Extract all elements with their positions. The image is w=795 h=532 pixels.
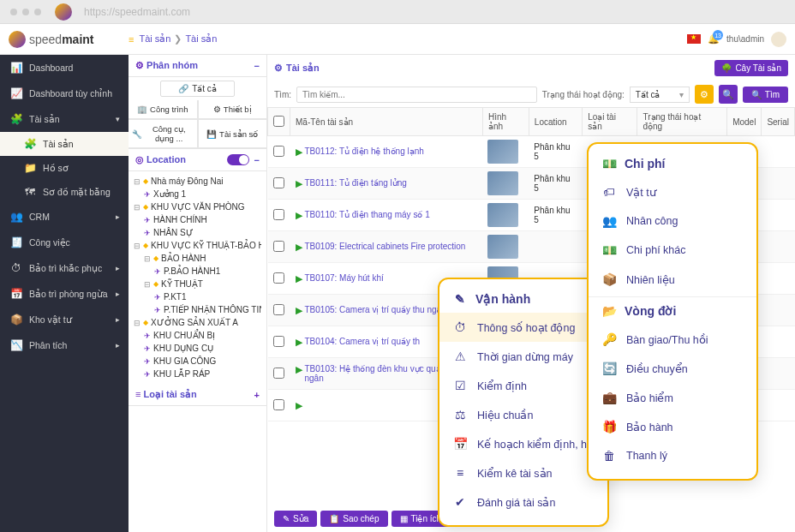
row-checkbox[interactable] — [273, 368, 284, 379]
menu-icon[interactable]: ≡ — [129, 34, 134, 45]
cell-location — [529, 231, 582, 263]
tree-node[interactable]: ✈P.KT1 — [134, 290, 261, 303]
row-checkbox[interactable] — [273, 304, 284, 315]
tab-congtrinh[interactable]: 🏢Công trình — [129, 100, 198, 119]
popup-item[interactable]: 🗑Thanh lý — [589, 441, 756, 470]
tree-node[interactable]: ✈P.BẢO HÀNH1 — [134, 265, 261, 278]
sidebar-item[interactable]: 🧩Tài sản — [0, 106, 129, 132]
column-header[interactable]: Serial — [762, 108, 795, 136]
status-select[interactable]: Tất cả — [630, 87, 690, 103]
notification-icon[interactable]: 🔔 13 — [708, 33, 720, 45]
page-title: ⚙ Tài sản — [274, 63, 320, 74]
column-header[interactable]: Mã-Tên tài sản — [290, 108, 483, 136]
filter-all-button[interactable]: 🔗Tất cả — [160, 81, 235, 97]
tree-node[interactable]: ⊟◆KHU VỰC VĂN PHÒNG — [134, 200, 261, 213]
location-toggle[interactable] — [227, 154, 249, 165]
popup-item[interactable]: 📦Nhiên liệu — [589, 265, 756, 294]
sidebar-item[interactable]: 📅Bảo trì phòng ngừa — [0, 281, 129, 307]
popup-item[interactable]: 🎁Bảo hành — [589, 412, 756, 441]
checkbox-header[interactable] — [268, 108, 290, 136]
search-icon-button[interactable]: 🔍 — [719, 85, 738, 104]
asset-tree-button[interactable]: 🌳Cây Tài sản — [714, 60, 788, 76]
column-header[interactable]: Model — [727, 108, 762, 136]
breadcrumb-item[interactable]: Tài sản — [139, 33, 170, 45]
tree-node[interactable]: ✈NHÂN SỰ — [134, 226, 261, 239]
column-header[interactable]: Loại tài sản — [583, 108, 637, 136]
filter-button[interactable]: ⚙ — [695, 85, 714, 104]
column-header[interactable]: Trạng thái hoạt động — [637, 108, 727, 136]
tree-node[interactable]: ✈Xưởng 1 — [134, 188, 261, 200]
asset-name[interactable]: ▶TB0112: Tủ điện hệ thống lạnh — [296, 146, 478, 158]
row-checkbox[interactable] — [273, 177, 284, 188]
copy-button[interactable]: 📋Sao chép — [320, 511, 387, 527]
popup-item[interactable]: 🏷Vật tư — [589, 177, 756, 206]
popup-item[interactable]: ⏱Thông số hoạt động — [439, 313, 607, 342]
row-checkbox[interactable] — [273, 399, 284, 410]
tree-node[interactable]: ✈KHU LẮP RÁP — [134, 368, 261, 380]
popup-item[interactable]: 👥Nhân công — [589, 206, 756, 236]
column-header[interactable]: Hình ảnh — [482, 108, 529, 136]
popup-item[interactable]: ☑Kiểm định — [439, 371, 607, 400]
popup-item[interactable]: ⚠Thời gian dừng máy — [439, 342, 607, 371]
search-button[interactable]: 🔍Tìm — [743, 87, 788, 103]
panel-phangroup-header[interactable]: ⚙ Phân nhóm − — [129, 55, 266, 77]
app-logo[interactable]: speedmaint — [9, 31, 129, 48]
collapse-icon[interactable]: − — [254, 155, 260, 165]
popup-item-label: Kế hoạch kiểm định, h — [477, 438, 587, 451]
sidebar-item[interactable]: 📊Dashboard — [0, 55, 129, 81]
tree-node[interactable]: ⊟◆KỸ THUẬT — [134, 278, 261, 290]
tree-node[interactable]: ✈KHU GIA CÔNG — [134, 355, 261, 368]
sidebar-subitem[interactable]: 🗺Sơ đồ mặt bằng — [0, 180, 129, 204]
popup-item[interactable]: 📅Kế hoạch kiểm định, h — [439, 429, 607, 458]
tree-label: HÀNH CHÍNH — [153, 215, 207, 224]
tree-node[interactable]: ⊟◆Nhà máy Đông Nai — [134, 175, 261, 188]
asset-name[interactable]: ▶TB0111: Tủ điện tầng lửng — [296, 178, 478, 189]
language-flag-icon[interactable] — [687, 34, 701, 44]
tree-node[interactable]: ⊟◆BẢO HÀNH — [134, 252, 261, 265]
popup-item[interactable]: ✔Đánh giá tài sản — [439, 487, 607, 517]
asset-name[interactable]: ▶TB0110: Tủ điện thang máy số 1 — [296, 210, 478, 221]
sidebar-item[interactable]: 👥CRM — [0, 204, 129, 230]
tree-node[interactable]: ⊟◆XƯỞNG SẢN XUẤT A — [134, 316, 261, 329]
panels-column: ⚙ Phân nhóm − 🔗Tất cả 🏢Công trình ⚙Thiết… — [129, 55, 267, 532]
sidebar-item[interactable]: ⏱Bảo trì khắc phục — [0, 255, 129, 281]
popup-item[interactable]: 💼Bảo hiểm — [589, 383, 756, 412]
row-checkbox[interactable] — [273, 241, 284, 252]
tree-node[interactable]: ⊟◆KHU VỰC KỸ THUẬT-BẢO HÀNH — [134, 239, 261, 252]
expand-icon[interactable]: + — [254, 390, 260, 400]
popup-item[interactable]: 🔑Bàn giao/Thu hồi — [589, 325, 756, 354]
tab-congcu[interactable]: 🔧Công cụ, dụng ... — [129, 120, 198, 148]
sidebar-item[interactable]: 🧾Công việc — [0, 230, 129, 255]
row-checkbox[interactable] — [273, 146, 284, 157]
search-input[interactable] — [296, 87, 537, 103]
sidebar-subitem[interactable]: 🧩Tài sản — [0, 132, 129, 156]
popup-item[interactable]: 🔄Điều chuyển — [589, 354, 756, 383]
breadcrumb-item[interactable]: Tài sản — [185, 33, 217, 45]
tree-node[interactable]: ✈KHU DỤNG CỤ — [134, 342, 261, 355]
avatar[interactable] — [771, 32, 786, 47]
popup-item[interactable]: ⚖Hiệu chuần — [439, 400, 607, 429]
tab-thietbi[interactable]: ⚙Thiết bị — [198, 100, 267, 119]
popup-item[interactable]: ≡Kiểm kê tài sản — [439, 458, 607, 487]
sidebar-item[interactable]: 📈Dashboard tùy chỉnh — [0, 81, 129, 106]
column-header[interactable]: Location — [529, 108, 582, 136]
popup-item[interactable]: 💵Chi phí khác — [589, 236, 756, 265]
sidebar-item[interactable]: 📉Phân tích — [0, 332, 129, 358]
panel-loaitaisan-header[interactable]: ≡ Loại tài sản + — [129, 384, 266, 406]
tree-node[interactable]: ✈HÀNH CHÍNH — [134, 213, 261, 226]
sidebar-subitem[interactable]: 📁Hồ sơ — [0, 156, 129, 180]
panel-location-header[interactable]: ◎ Location − — [129, 149, 266, 171]
url-bar[interactable]: https://speedmaint.com — [84, 6, 190, 18]
popup-item-label: Điều chuyển — [626, 362, 688, 375]
row-checkbox[interactable] — [273, 272, 284, 284]
sidebar-item[interactable]: 📦Kho vật tư — [0, 307, 129, 332]
row-checkbox[interactable] — [273, 209, 284, 220]
edit-button[interactable]: ✎Sửa — [274, 511, 317, 527]
asset-name[interactable]: ▶TB0109: Electrical cabinets Fire protec… — [296, 242, 478, 253]
user-name[interactable]: thu\admin — [726, 34, 764, 44]
tab-taisanso[interactable]: 💾Tài sản số — [198, 120, 267, 148]
collapse-icon[interactable]: − — [254, 61, 260, 71]
tree-node[interactable]: ✈P.TIẾP NHẬN THÔNG TIN — [134, 303, 261, 316]
tree-node[interactable]: ✈KHU CHUẨN BỊ — [134, 329, 261, 342]
row-checkbox[interactable] — [273, 336, 284, 347]
